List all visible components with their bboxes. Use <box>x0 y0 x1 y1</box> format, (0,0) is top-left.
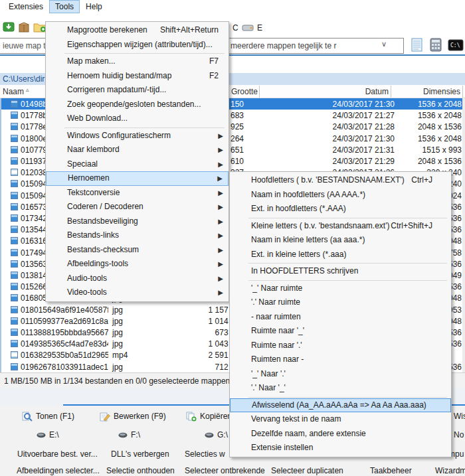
action-button[interactable]: Bewerken (F9) <box>100 410 166 422</box>
action-button[interactable]: No <box>454 429 464 441</box>
action-button[interactable]: Taakbeheer <box>370 465 412 476</box>
menu-item[interactable]: '.' Naar ruimte <box>230 295 451 310</box>
cell-date: 24/03/2017 21:31 <box>315 145 395 155</box>
menu-item[interactable]: Ruimte naar '.' <box>230 339 451 353</box>
menu-item-label: '_' Naar ruimte <box>251 283 302 293</box>
menu-item[interactable]: Extensie instellen <box>230 441 451 455</box>
menu-item[interactable]: Bestands-links▶ <box>46 228 229 243</box>
menu-help[interactable]: Help <box>80 0 108 13</box>
action-button[interactable]: Tonen (F1) <box>22 410 74 422</box>
drive-icon <box>205 432 214 438</box>
menu-item[interactable]: Ext. in hoofdletters (*.AAA) <box>230 202 451 216</box>
menu-item-label: '.' Naar '_' <box>251 383 286 392</box>
menu-item[interactable]: Speciaal▶ <box>46 157 229 172</box>
image-file-icon <box>11 260 18 268</box>
menu-item-label: Ruimte naar '_' <box>251 326 304 335</box>
menu-item[interactable]: Bestandsbeveiliging▶ <box>46 214 229 229</box>
menu-item[interactable]: Afbeeldings-tools▶ <box>46 257 229 272</box>
action-button[interactable]: Selecteer duplicaten <box>271 465 343 476</box>
column-header-dims[interactable]: Dimensies <box>394 87 460 96</box>
action-button[interactable]: DLL's verbergen <box>111 448 169 460</box>
menu-item[interactable]: Ruimte naar '_' <box>230 324 451 339</box>
menu-item[interactable]: '_' Naar ruimte <box>230 281 451 296</box>
notepad-icon[interactable] <box>411 38 424 52</box>
chevron-down-icon[interactable]: ∨ <box>381 40 387 48</box>
menu-item[interactable]: '_' Naar '.' <box>230 367 451 382</box>
menu-item[interactable]: Coderen / Decoderen▶ <box>46 200 229 214</box>
action-button[interactable]: Afbeeldingen selecter... <box>17 465 100 476</box>
cell-date: 24/03/2017 21:28 <box>315 122 395 131</box>
menu-item[interactable]: Video-tools▶ <box>46 285 229 300</box>
cell-name: 0110599377ea2d691c8a9... <box>21 317 108 326</box>
menu-item[interactable]: Web Download... <box>46 112 229 126</box>
menu-tools[interactable]: Tools <box>49 0 80 13</box>
menu-item[interactable]: Hernoem huidig bestand/mapF2 <box>46 69 229 84</box>
menu-item[interactable]: Ext. in kleine letters (*.aaa) <box>230 248 451 262</box>
calculator-icon[interactable] <box>429 38 442 52</box>
column-header-name[interactable]: Naam <box>3 87 24 96</box>
column-header-date[interactable]: Datum <box>309 87 389 96</box>
menu-item[interactable]: Corrigeren mapdatum/-tijd... <box>46 83 229 98</box>
action-button[interactable]: G:\ <box>205 429 228 441</box>
action-button[interactable]: Selecties w <box>185 448 225 460</box>
menu-item[interactable]: Windows Configuratiescherm▶ <box>46 129 229 143</box>
menu-item[interactable]: Map maken...F7 <box>46 54 229 69</box>
image-file-icon <box>11 192 18 199</box>
image-file-icon <box>11 329 18 336</box>
menu-item[interactable]: Audio-tools▶ <box>46 272 229 286</box>
menu-item[interactable]: Kleine letters ( b.v. 'bestandsnaam.ext'… <box>230 219 451 234</box>
action-button[interactable]: Wizardmo <box>435 465 465 476</box>
drive-e-button[interactable]: E <box>257 23 262 33</box>
menu-item[interactable]: Mapgrootte berekenenShift+Alt+Return <box>46 23 229 38</box>
action-button[interactable]: Uitvoerbare best. ver... <box>17 448 98 460</box>
image-file-icon <box>11 146 18 153</box>
menu-shortcut: Ctrl+Shift+J <box>391 219 432 234</box>
menu-item[interactable]: Dezelfde naam, andere extensie <box>230 427 451 441</box>
image-file-icon <box>11 283 18 290</box>
menu-item-label: Hernoemen <box>68 173 110 183</box>
action-button[interactable]: Wis <box>454 410 465 422</box>
action-button[interactable]: F:\ <box>118 429 140 441</box>
action-button-label: Wizardmo <box>435 466 465 475</box>
menu-item[interactable]: - naar ruimten <box>230 310 451 325</box>
action-button[interactable]: Selectie onthouden <box>106 465 175 476</box>
image-file-icon <box>11 157 18 165</box>
action-button[interactable]: Kopiëren <box>186 410 232 422</box>
menu-item-label: Web Download... <box>67 114 128 123</box>
menu-item[interactable]: Tekstconversie▶ <box>46 186 229 200</box>
menu-item[interactable]: Hernoemen▶ <box>46 171 229 186</box>
menu-item[interactable]: Afwisselend (Aa_AA.aAA.aAa => Aa Aa Aaa.… <box>230 398 451 413</box>
menu-item[interactable]: Naar klembord▶ <box>46 143 229 157</box>
menu-item[interactable]: Naam in kleine letters (aa aaa.*) <box>230 233 451 248</box>
menu-item[interactable]: Vervang tekst in de naam <box>230 412 451 427</box>
scrollbar[interactable] <box>462 98 465 372</box>
drive-c-button[interactable]: C <box>232 23 238 33</box>
cmd-icon[interactable]: C:\ <box>448 39 464 51</box>
menu-item[interactable]: Eigenschappen wijzigen (attributen/tijd)… <box>46 38 229 52</box>
image-file-icon <box>11 294 18 301</box>
menu-item[interactable]: Bestands-checksum▶ <box>46 243 229 258</box>
menu-item-label: Eigenschappen wijzigen (attributen/tijd)… <box>67 40 213 49</box>
action-button[interactable]: E:\ <box>37 429 59 441</box>
menu-item-label: Corrigeren mapdatum/-tijd... <box>67 85 166 94</box>
image-file-icon <box>11 306 18 313</box>
package-icon[interactable] <box>18 21 30 33</box>
menu-item[interactable]: In HOOFDLETTERS schrijven <box>230 264 451 279</box>
new-folder-icon[interactable] <box>33 21 46 33</box>
cell-date: 24/03/2017 21:30 <box>315 100 395 109</box>
menu-extensies[interactable]: Extensies <box>3 0 49 13</box>
menu-item[interactable]: Zoek geopende/gesloten bestanden... <box>46 98 229 112</box>
submenu-arrow-icon: ▶ <box>218 272 223 286</box>
unpack-icon[interactable] <box>3 21 15 33</box>
media-file-icon <box>11 169 18 176</box>
drive-e-icon[interactable] <box>242 24 254 32</box>
menu-item-label: Mapgrootte berekenen <box>67 25 147 35</box>
menu-item[interactable]: Hoofdletters ( b.v. 'BESTANDSNAAM.EXT')C… <box>230 173 451 188</box>
menu-item-label: Ext. in hoofdletters (*.AAA) <box>251 204 346 213</box>
action-button-label: E:\ <box>49 430 59 439</box>
action-button[interactable]: Selecteer ontbrekende <box>185 465 265 476</box>
menu-item[interactable]: Naam in hoofdletters (AA AAA.*) <box>230 188 451 202</box>
image-file-icon <box>11 237 18 244</box>
menu-item[interactable]: '.' Naar '_' <box>230 381 451 396</box>
menu-item[interactable]: Ruimten naar - <box>230 353 451 367</box>
